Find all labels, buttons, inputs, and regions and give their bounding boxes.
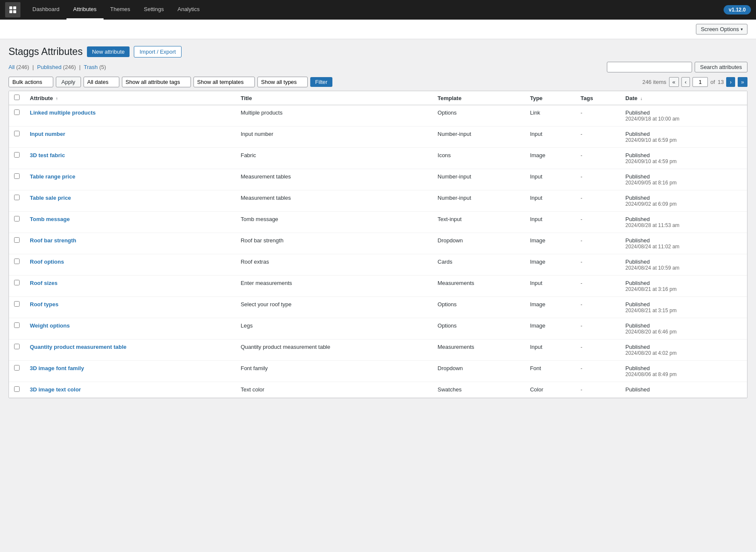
attribute-link[interactable]: Input number: [30, 131, 65, 137]
row-select-checkbox[interactable]: [14, 109, 20, 115]
date-value: 2024/09/02 at 6:09 pm: [626, 201, 742, 207]
row-select-checkbox[interactable]: [14, 237, 20, 243]
attribute-link[interactable]: 3D image text color: [30, 386, 81, 393]
row-date: Published 2024/08/28 at 11:53 am: [620, 212, 747, 233]
row-select-checkbox[interactable]: [14, 259, 20, 264]
pagination-last[interactable]: »: [738, 77, 747, 87]
date-value: 2024/09/10 at 6:59 pm: [626, 137, 742, 143]
row-tags: -: [575, 169, 620, 190]
table-row: 3D test fabric Fabric Icons Image - Publ…: [9, 148, 747, 169]
row-select-checkbox[interactable]: [14, 216, 20, 221]
attribute-link[interactable]: Weight options: [30, 322, 70, 329]
search-button[interactable]: Search attributes: [695, 62, 747, 72]
row-select-checkbox[interactable]: [14, 322, 20, 328]
screen-options-label: Screen Options: [701, 26, 739, 32]
app-logo[interactable]: [5, 2, 20, 17]
row-tags: -: [575, 382, 620, 398]
nav-tab-attributes[interactable]: Attributes: [66, 0, 104, 20]
import-export-button[interactable]: Import / Export: [134, 46, 181, 58]
row-attribute: 3D image text color: [25, 382, 236, 398]
row-type: Font: [525, 361, 576, 382]
date-value: 2024/09/18 at 10:00 am: [626, 116, 742, 122]
sublink-all[interactable]: All (246): [9, 64, 31, 70]
row-checkbox: [9, 339, 25, 361]
date-value: 2024/08/21 at 3:16 pm: [626, 286, 742, 292]
row-select-checkbox[interactable]: [14, 365, 20, 371]
attribute-link[interactable]: Roof types: [30, 301, 58, 308]
row-select-checkbox[interactable]: [14, 152, 20, 158]
row-select-checkbox[interactable]: [14, 386, 20, 392]
table-row: Table sale price Measurement tables Numb…: [9, 190, 747, 212]
attribute-link[interactable]: Tomb message: [30, 216, 70, 222]
row-tags: -: [575, 212, 620, 233]
templates-select[interactable]: Show all templates: [193, 77, 255, 87]
row-select-checkbox[interactable]: [14, 280, 20, 285]
row-date: Published 2024/09/10 at 4:59 pm: [620, 148, 747, 169]
filter-button[interactable]: Filter: [310, 77, 333, 87]
date-status: Published: [626, 109, 742, 116]
attribute-link[interactable]: Roof options: [30, 259, 64, 265]
date-value: 2024/08/24 at 10:59 am: [626, 265, 742, 271]
table-row: 3D image text color Text color Swatches …: [9, 382, 747, 398]
attribute-link[interactable]: Table range price: [30, 173, 75, 180]
sublink-published[interactable]: Published (246): [37, 64, 78, 70]
page-title: Staggs Attributes: [9, 46, 83, 58]
row-type: Image: [525, 318, 576, 339]
version-badge: v1.12.0: [724, 5, 751, 14]
row-attribute: Input number: [25, 126, 236, 148]
attribute-link[interactable]: 3D test fabric: [30, 152, 65, 158]
all-dates-select[interactable]: All dates: [84, 77, 119, 87]
row-select-checkbox[interactable]: [14, 131, 20, 136]
screen-options-button[interactable]: Screen Options ▾: [696, 24, 747, 34]
row-select-checkbox[interactable]: [14, 195, 20, 200]
row-template: Dropdown: [433, 233, 525, 254]
col-type: Type: [525, 91, 576, 105]
row-date: Published: [620, 382, 747, 398]
attribute-link[interactable]: Linked multiple products: [30, 109, 96, 116]
row-select-checkbox[interactable]: [14, 344, 20, 349]
svg-rect-1: [13, 6, 16, 9]
sublinks-search-row: All (246) | Published (246) | Trash (5) …: [9, 62, 747, 72]
pagination-prev[interactable]: ‹: [681, 77, 690, 87]
row-checkbox: [9, 148, 25, 169]
nav-tab-dashboard[interactable]: Dashboard: [26, 0, 66, 20]
attribute-tags-select[interactable]: Show all attribute tags: [122, 77, 191, 87]
pagination-first[interactable]: «: [669, 77, 679, 87]
attribute-link[interactable]: 3D image font family: [30, 365, 84, 371]
attribute-link[interactable]: Quantity product measurement table: [30, 344, 127, 350]
date-col-label: Date: [626, 95, 638, 101]
nav-tab-themes[interactable]: Themes: [104, 0, 137, 20]
row-select-checkbox[interactable]: [14, 173, 20, 179]
table-row: Linked multiple products Multiple produc…: [9, 105, 747, 126]
row-attribute: 3D test fabric: [25, 148, 236, 169]
pagination-next[interactable]: ›: [726, 77, 735, 87]
bulk-actions-select[interactable]: Bulk actions: [9, 77, 53, 87]
row-tags: -: [575, 276, 620, 297]
search-input[interactable]: [607, 62, 692, 72]
row-title: Measurement tables: [236, 169, 433, 190]
col-attribute[interactable]: Attribute ↑: [25, 91, 236, 105]
attribute-link[interactable]: Table sale price: [30, 195, 71, 201]
row-select-checkbox[interactable]: [14, 301, 20, 307]
attribute-link[interactable]: Roof sizes: [30, 280, 58, 286]
apply-button[interactable]: Apply: [56, 77, 81, 87]
nav-tab-analytics[interactable]: Analytics: [170, 0, 206, 20]
types-select[interactable]: Show all types: [257, 77, 308, 87]
row-date: Published 2024/08/24 at 11:02 am: [620, 233, 747, 254]
row-title: Enter measurements: [236, 276, 433, 297]
new-attribute-button[interactable]: New attribute: [87, 46, 130, 57]
sublink-trash[interactable]: Trash (5): [84, 64, 106, 70]
select-all-checkbox[interactable]: [14, 95, 20, 100]
row-attribute: Roof types: [25, 297, 236, 318]
row-checkbox: [9, 382, 25, 398]
row-template: Cards: [433, 254, 525, 276]
nav-tab-settings[interactable]: Settings: [137, 0, 171, 20]
pagination-current-page[interactable]: [693, 77, 708, 87]
col-date[interactable]: Date ↓: [620, 91, 747, 105]
attributes-table: Attribute ↑ Title Template Type Tags Dat…: [9, 91, 747, 398]
row-checkbox: [9, 276, 25, 297]
logo-icon: [9, 6, 17, 14]
attribute-link[interactable]: Roof bar strength: [30, 237, 76, 244]
row-attribute: Table sale price: [25, 190, 236, 212]
row-checkbox: [9, 233, 25, 254]
